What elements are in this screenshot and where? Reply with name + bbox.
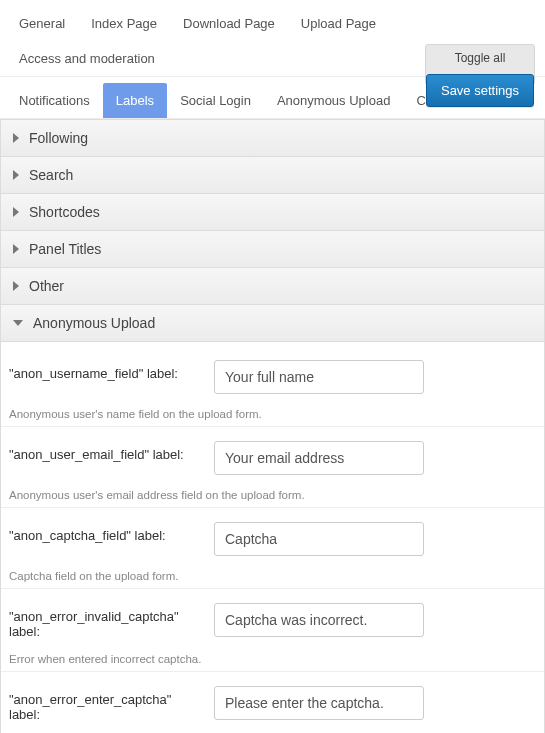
field-anon-error-invalid-captcha-label: "anon_error_invalid_captcha" label: <box>9 603 204 639</box>
anon-error-enter-captcha-input[interactable] <box>214 686 424 720</box>
section-search[interactable]: Search <box>0 157 545 194</box>
section-shortcodes-label: Shortcodes <box>29 204 100 220</box>
tab-download-page[interactable]: Download Page <box>170 6 288 41</box>
section-shortcodes[interactable]: Shortcodes <box>0 194 545 231</box>
section-search-label: Search <box>29 167 73 183</box>
tab-anonymous-upload[interactable]: Anonymous Upload <box>264 83 403 118</box>
anon-error-invalid-captcha-input[interactable] <box>214 603 424 637</box>
section-panel-titles-label: Panel Titles <box>29 241 101 257</box>
section-panel-titles[interactable]: Panel Titles <box>0 231 545 268</box>
caret-right-icon <box>13 133 19 143</box>
anon-email-input[interactable] <box>214 441 424 475</box>
tab-labels[interactable]: Labels <box>103 83 167 118</box>
field-anon-email-label: "anon_user_email_field" label: <box>9 441 204 462</box>
tab-social-login[interactable]: Social Login <box>167 83 264 118</box>
caret-down-icon <box>13 320 23 326</box>
section-anonymous-upload-body: "anon_username_field" label: Anonymous u… <box>0 342 545 733</box>
anon-username-input[interactable] <box>214 360 424 394</box>
section-following-label: Following <box>29 130 88 146</box>
field-anon-captcha-label: "anon_captcha_field" label: <box>9 522 204 543</box>
field-anon-username: "anon_username_field" label: Anonymous u… <box>1 346 544 426</box>
tab-general[interactable]: General <box>6 6 78 41</box>
tab-index-page[interactable]: Index Page <box>78 6 170 41</box>
save-settings-button[interactable]: Save settings <box>426 74 534 107</box>
field-anon-email-help: Anonymous user's email address field on … <box>9 489 536 501</box>
tab-upload-page[interactable]: Upload Page <box>288 6 389 41</box>
caret-right-icon <box>13 281 19 291</box>
section-other[interactable]: Other <box>0 268 545 305</box>
field-anon-error-enter-captcha-label: "anon_error_enter_captcha" label: <box>9 686 204 722</box>
section-following[interactable]: Following <box>0 119 545 157</box>
caret-right-icon <box>13 244 19 254</box>
field-anon-error-invalid-captcha-help: Error when entered incorrect captcha. <box>9 653 536 665</box>
tab-access-moderation[interactable]: Access and moderation <box>6 41 168 76</box>
caret-right-icon <box>13 207 19 217</box>
field-anon-email: "anon_user_email_field" label: Anonymous… <box>1 426 544 507</box>
anon-captcha-input[interactable] <box>214 522 424 556</box>
field-anon-captcha: "anon_captcha_field" label: Captcha fiel… <box>1 507 544 588</box>
section-anonymous-upload[interactable]: Anonymous Upload <box>0 305 545 342</box>
accordion: Following Search Shortcodes Panel Titles… <box>0 119 545 733</box>
section-other-label: Other <box>29 278 64 294</box>
field-anon-username-label: "anon_username_field" label: <box>9 360 204 381</box>
top-right-actions: Toggle all Save settings <box>425 44 535 107</box>
caret-right-icon <box>13 170 19 180</box>
field-anon-username-help: Anonymous user's name field on the uploa… <box>9 408 536 420</box>
field-anon-captcha-help: Captcha field on the upload form. <box>9 570 536 582</box>
field-anon-error-invalid-captcha: "anon_error_invalid_captcha" label: Erro… <box>1 588 544 671</box>
tab-notifications[interactable]: Notifications <box>6 83 103 118</box>
section-anonymous-upload-label: Anonymous Upload <box>33 315 155 331</box>
field-anon-error-enter-captcha: "anon_error_enter_captcha" label: Error … <box>1 671 544 733</box>
